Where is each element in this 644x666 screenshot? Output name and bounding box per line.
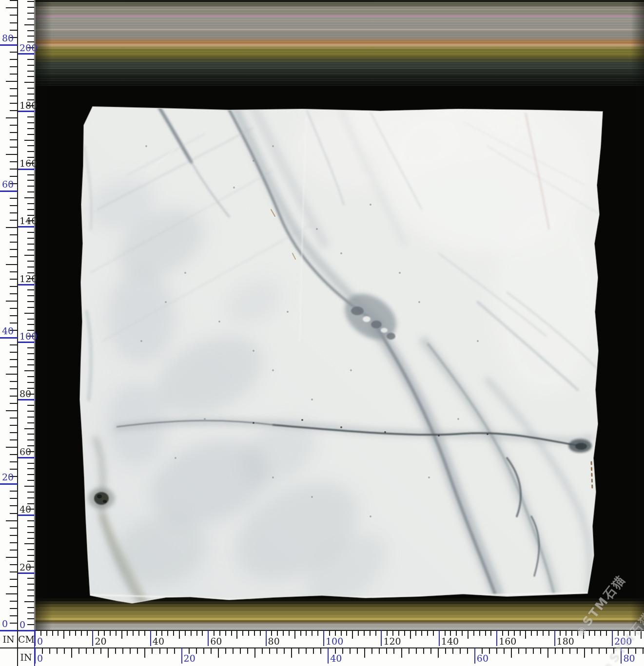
- scanner-band: [35, 31, 644, 38]
- slab-scanner-page: 0204060801001201401601802000204060800204…: [0, 0, 644, 666]
- scanner-band: [35, 58, 644, 62]
- corner-unit-label-in-horizontal: IN: [18, 652, 34, 663]
- scanner-band: [35, 607, 644, 611]
- scan-area: [35, 0, 644, 630]
- corner-unit-label-in-vertical: IN: [0, 634, 17, 645]
- scanner-band: [35, 17, 644, 22]
- scanner-band: [35, 22, 644, 29]
- scanner-band: [35, 611, 644, 615]
- scanner-band: [35, 49, 644, 56]
- scanner-band: [35, 69, 644, 75]
- bottom-ruler-background: [0, 630, 644, 666]
- scanner-band: [35, 62, 644, 69]
- scanner-band: [35, 40, 644, 44]
- scanner-band: [35, 75, 644, 81]
- scanner-band: [35, 624, 644, 628]
- scanner-band: [35, 2, 644, 6]
- left-ruler-background: [0, 0, 35, 630]
- scanner-band: [35, 10, 644, 15]
- corner-unit-label-cm: CM: [18, 634, 34, 645]
- scanner-band: [35, 81, 644, 86]
